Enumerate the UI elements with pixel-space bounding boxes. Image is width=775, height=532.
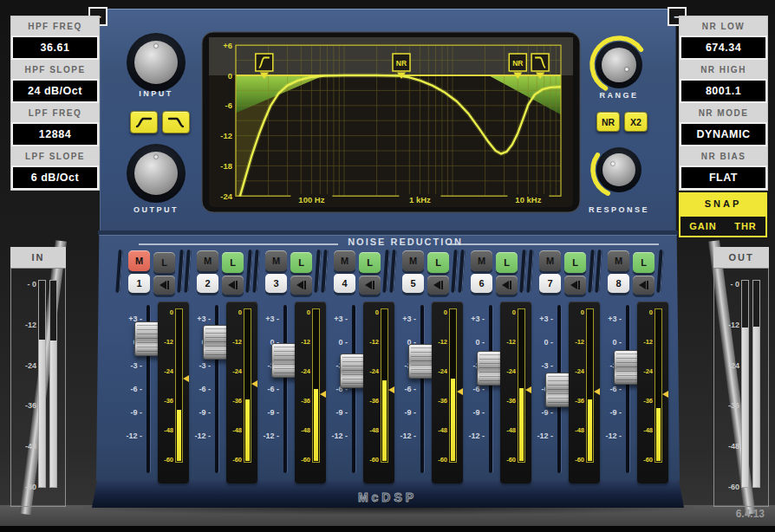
lpf-enable-button[interactable] bbox=[162, 111, 190, 133]
channel-2-number-button[interactable]: 2 bbox=[197, 274, 218, 293]
param-value[interactable]: DYNAMIC bbox=[680, 122, 767, 146]
channel-1-mute-button[interactable]: M bbox=[128, 250, 150, 271]
channel-4-mute-button[interactable]: M bbox=[334, 250, 355, 271]
channel-3-threshold-marker[interactable] bbox=[320, 391, 326, 398]
channel-4-speaker-button[interactable] bbox=[359, 276, 381, 295]
io-meter-fill bbox=[742, 328, 748, 487]
fader-scale-label: +3 bbox=[604, 315, 622, 323]
channel-7-speaker-button[interactable] bbox=[564, 276, 586, 295]
input-knob-label: INPUT bbox=[121, 89, 191, 98]
speaker-icon-bar bbox=[510, 281, 511, 289]
meter-scale-label: -24 bbox=[433, 367, 447, 375]
meter-scale-label: 0 bbox=[570, 308, 584, 316]
speaker-icon-bar bbox=[647, 281, 648, 289]
channel-8-mute-button[interactable]: M bbox=[608, 250, 629, 271]
range-knob-face bbox=[602, 48, 636, 82]
x2-button[interactable]: X2 bbox=[624, 112, 648, 132]
fader-scale-label: -9 bbox=[193, 408, 211, 417]
channel-3-listen-button[interactable]: L bbox=[290, 252, 312, 273]
channel-5-threshold-marker[interactable] bbox=[457, 388, 463, 395]
fader-scale-label: +3 bbox=[262, 315, 279, 323]
channel-4-number-button[interactable]: 4 bbox=[334, 274, 355, 293]
param-value[interactable]: 6 dB/Oct bbox=[11, 165, 99, 190]
channel-2-threshold-marker[interactable] bbox=[251, 380, 257, 387]
fader-scale-label: -6 bbox=[125, 385, 142, 393]
channel-8-threshold-marker[interactable] bbox=[662, 391, 668, 398]
channel-6-mute-button[interactable]: M bbox=[471, 250, 492, 271]
channel-5-speaker-button[interactable] bbox=[427, 276, 449, 295]
channel-8-listen-button[interactable]: L bbox=[633, 252, 655, 273]
channel-7-meter: 0-12-24-36-48-60 bbox=[569, 302, 600, 483]
response-knob[interactable] bbox=[596, 147, 641, 192]
param-value[interactable]: 8001.1 bbox=[680, 79, 767, 103]
thr-button[interactable]: THR bbox=[734, 221, 757, 231]
y-tick-label: 0 bbox=[228, 71, 232, 81]
channel-7-listen-button[interactable]: L bbox=[564, 252, 586, 273]
param-value[interactable]: 36.61 bbox=[11, 36, 99, 60]
lpf-slope-icon bbox=[167, 115, 185, 129]
channel-6-threshold-marker[interactable] bbox=[525, 386, 531, 393]
channel-7-threshold-marker[interactable] bbox=[594, 388, 600, 395]
input-knob-indicator bbox=[154, 44, 158, 48]
meter-level-fill bbox=[382, 380, 387, 461]
meter-bar-track bbox=[312, 308, 320, 463]
channel-8-speaker-button[interactable] bbox=[633, 276, 655, 295]
channel-2-mute-button[interactable]: M bbox=[197, 250, 218, 271]
range-knob-label: RANGE bbox=[584, 91, 654, 100]
fader-scale-label: -12 bbox=[467, 431, 485, 440]
channel-2-speaker-button[interactable] bbox=[222, 276, 244, 295]
output-knob[interactable] bbox=[127, 144, 186, 203]
channel-5-number-button[interactable]: 5 bbox=[402, 274, 424, 293]
snap-button[interactable]: SNAP bbox=[679, 192, 767, 215]
meter-scale-label: -60 bbox=[365, 456, 379, 464]
range-knob[interactable] bbox=[596, 42, 642, 88]
svg-text:NR: NR bbox=[396, 59, 407, 68]
param-label: HPF SLOPE bbox=[11, 60, 99, 79]
fader-scale-label: -9 bbox=[399, 408, 416, 417]
channel-5-listen-button[interactable]: L bbox=[427, 252, 449, 273]
channel-1-listen-button[interactable]: L bbox=[153, 252, 175, 273]
output-knob-face bbox=[134, 152, 178, 195]
param-value[interactable]: 24 dB/Oct bbox=[11, 79, 99, 103]
fader-scale-label: -12 bbox=[536, 431, 553, 440]
channel-7-number-button[interactable]: 7 bbox=[539, 274, 561, 293]
nr-button[interactable]: NR bbox=[596, 112, 620, 132]
channel-6-speaker-button[interactable] bbox=[496, 276, 518, 295]
io-meter-label: IN bbox=[10, 247, 66, 268]
param-value[interactable]: FLAT bbox=[680, 165, 767, 190]
meter-scale-label: -60 bbox=[296, 456, 310, 464]
meter-scale-label: -12 bbox=[296, 338, 310, 346]
meter-scale-label: -36 bbox=[296, 397, 310, 405]
fader-scale-label: +3 bbox=[536, 315, 553, 323]
io-scale-label: -24 bbox=[719, 361, 739, 370]
meter-bar-track bbox=[244, 308, 251, 463]
meter-scale-label: 0 bbox=[160, 308, 173, 316]
fader-scale-label: +3 bbox=[193, 315, 211, 323]
channel-7-mute-button[interactable]: M bbox=[539, 250, 561, 271]
gain-button[interactable]: GAIN bbox=[689, 221, 717, 231]
channel-8-number-button[interactable]: 8 bbox=[608, 274, 629, 293]
channel-1-threshold-marker[interactable] bbox=[183, 375, 189, 382]
channel-3-number-button[interactable]: 3 bbox=[265, 274, 287, 293]
response-knob-face bbox=[602, 153, 635, 186]
fader-scale-label: 0 bbox=[536, 338, 553, 347]
channel-2-listen-button[interactable]: L bbox=[222, 252, 244, 273]
channel-1-number-button[interactable]: 1 bbox=[128, 274, 150, 293]
param-value[interactable]: 674.34 bbox=[680, 36, 767, 60]
channel-3-mute-button[interactable]: M bbox=[265, 250, 287, 271]
fader-scale-label: +3 bbox=[330, 315, 348, 323]
speaker-icon-bar bbox=[578, 281, 580, 289]
meter-scale-label: -60 bbox=[570, 456, 584, 464]
param-value[interactable]: 12884 bbox=[11, 122, 99, 146]
hpf-enable-button[interactable] bbox=[130, 111, 158, 133]
input-meter: IN- 0-12-24-36-48-60 bbox=[10, 247, 66, 507]
channel-3-speaker-button[interactable] bbox=[290, 276, 312, 295]
input-knob[interactable] bbox=[127, 33, 186, 92]
channel-4-listen-button[interactable]: L bbox=[359, 252, 381, 273]
speaker-icon bbox=[228, 281, 235, 289]
channel-6-listen-button[interactable]: L bbox=[496, 252, 518, 273]
channel-6-number-button[interactable]: 6 bbox=[471, 274, 492, 293]
channel-5-mute-button[interactable]: M bbox=[402, 250, 424, 271]
channel-1-speaker-button[interactable] bbox=[153, 276, 175, 295]
channel-4-threshold-marker[interactable] bbox=[388, 386, 394, 393]
